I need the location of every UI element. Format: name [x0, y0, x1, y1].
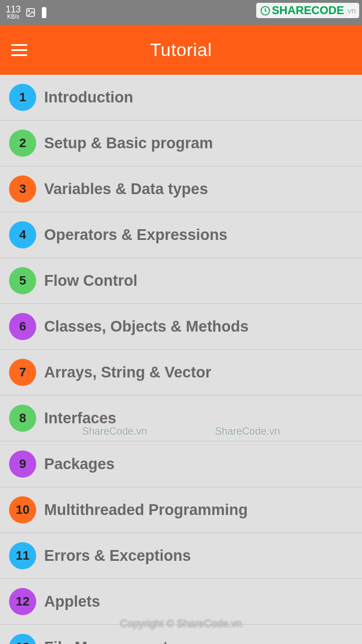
list-item-label: Operators & Expressions	[44, 226, 227, 244]
list-item-badge: 5	[9, 267, 36, 294]
list-item-label: Flow Control	[44, 272, 137, 290]
list-item-label: Arrays, String & Vector	[44, 364, 212, 381]
list-item[interactable]: 1Introduction	[0, 75, 362, 121]
list-item-badge: 8	[9, 405, 36, 432]
status-left: 113 KB/s	[6, 5, 48, 20]
list-item-badge: 10	[9, 496, 36, 523]
speed-value: 113	[6, 5, 21, 14]
list-item[interactable]: 13File Management	[0, 625, 362, 644]
list-item-label: Introduction	[44, 89, 133, 106]
list-item[interactable]: 3Variables & Data types	[0, 166, 362, 212]
list-item-badge: 9	[9, 450, 36, 478]
list-item-label: Errors & Exceptions	[44, 547, 191, 565]
toolbar: Tutorial	[0, 25, 362, 75]
list-item-label: Setup & Basic program	[44, 135, 213, 152]
page-title: Tutorial	[0, 40, 362, 61]
list-item[interactable]: 8Interfaces	[0, 396, 362, 441]
list-item-label: Packages	[44, 456, 115, 473]
list-item[interactable]: 10Multithreaded Programming	[0, 487, 362, 533]
list-item-badge: 6	[9, 313, 36, 340]
list-item[interactable]: 5Flow Control	[0, 258, 362, 304]
list-item-label: Variables & Data types	[44, 181, 208, 198]
list-item-label: Applets	[44, 593, 100, 611]
list-item-label: Interfaces	[44, 410, 117, 427]
list-item-badge: 2	[9, 130, 36, 157]
list-item-badge: 3	[9, 175, 36, 203]
list-item[interactable]: 6Classes, Objects & Methods	[0, 304, 362, 350]
network-speed: 113 KB/s	[6, 5, 21, 20]
list-item-label: Multithreaded Programming	[44, 501, 248, 519]
watermark-domain: .vn	[345, 6, 356, 15]
watermark-text: SHARECODE	[272, 4, 344, 17]
list-item-badge: 11	[9, 542, 36, 569]
speed-unit: KB/s	[7, 14, 19, 20]
list-item-badge: 1	[9, 84, 36, 111]
tutorial-list[interactable]: 1Introduction2Setup & Basic program3Vari…	[0, 75, 362, 644]
list-item-badge: 13	[9, 634, 36, 644]
list-item-badge: 4	[9, 221, 36, 248]
list-item-label: Classes, Objects & Methods	[44, 318, 249, 336]
list-item-badge: 12	[9, 588, 36, 615]
menu-icon[interactable]	[11, 44, 27, 56]
list-item[interactable]: 11Errors & Exceptions	[0, 533, 362, 579]
list-item[interactable]: 4Operators & Expressions	[0, 212, 362, 258]
watermark-brand: SHARECODE.vn	[256, 3, 359, 18]
list-item[interactable]: 7Arrays, String & Vector	[0, 350, 362, 396]
list-item[interactable]: 9Packages	[0, 441, 362, 487]
image-icon	[25, 7, 36, 18]
list-item[interactable]: 12Applets	[0, 579, 362, 625]
battery-saver-icon	[40, 7, 48, 18]
svg-point-1	[28, 10, 29, 11]
list-item-badge: 7	[9, 359, 36, 386]
list-item[interactable]: 2Setup & Basic program	[0, 121, 362, 166]
list-item-label: File Management	[44, 639, 168, 645]
